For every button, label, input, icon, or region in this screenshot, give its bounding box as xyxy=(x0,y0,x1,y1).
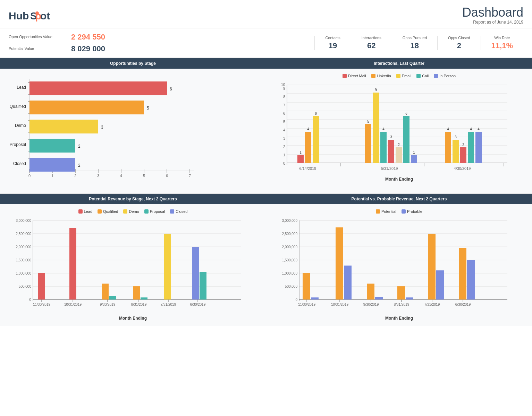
legend-label-potential: Potential xyxy=(381,209,396,214)
svg-rect-83 xyxy=(411,155,417,163)
svg-text:3: 3 xyxy=(390,135,392,139)
svg-text:7: 7 xyxy=(189,174,191,178)
potential-rev-content: Lead Qualified Demo Proposal Closed xyxy=(0,204,266,326)
svg-rect-85 xyxy=(445,132,451,163)
legend-label-demo: Demo xyxy=(129,209,139,214)
svg-text:0: 0 xyxy=(29,298,31,302)
svg-text:6/14/2019: 6/14/2019 xyxy=(299,166,316,171)
opps-closed-value: 2 xyxy=(448,41,470,50)
qualified-bar xyxy=(29,101,144,114)
svg-text:5: 5 xyxy=(283,120,285,124)
svg-text:6: 6 xyxy=(166,174,168,178)
svg-text:Qualified: Qualified xyxy=(10,104,26,109)
svg-text:3,000,000: 3,000,000 xyxy=(16,219,32,223)
svg-rect-81 xyxy=(403,116,409,163)
bottom-chart-row: Potential Revenue by Stage, Next 2 Quart… xyxy=(0,194,532,326)
legend-probable: Probable xyxy=(402,209,422,214)
svg-text:11/30/2019: 11/30/2019 xyxy=(298,303,315,306)
svg-rect-120 xyxy=(109,296,116,300)
svg-text:3: 3 xyxy=(455,135,457,139)
win-rate-value: 11,1% xyxy=(491,41,513,50)
svg-text:6/30/2019: 6/30/2019 xyxy=(455,303,471,306)
legend-dot-demo xyxy=(123,209,127,214)
potential-vs-probable-content: Potential Probable 3,000,000 xyxy=(266,204,532,326)
contacts-label: Contacts xyxy=(325,36,340,40)
svg-text:ot: ot xyxy=(40,10,50,21)
svg-text:3,000,000: 3,000,000 xyxy=(282,219,298,223)
svg-rect-154 xyxy=(303,273,310,300)
legend-closed-rev: Closed xyxy=(170,209,187,214)
svg-text:9: 9 xyxy=(283,86,285,90)
interactions-x-label: Month Ending xyxy=(271,177,527,182)
legend-dot-lead xyxy=(78,209,83,214)
contacts-value: 19 xyxy=(325,41,340,50)
legend-label-direct-mail: Direct Mail xyxy=(348,74,366,78)
svg-text:10/31/2019: 10/31/2019 xyxy=(64,303,82,306)
legend-potential: Potential xyxy=(376,209,396,214)
svg-text:4: 4 xyxy=(307,127,309,131)
potential-value: 8 029 000 xyxy=(71,44,105,53)
svg-rect-159 xyxy=(375,297,383,300)
svg-rect-155 xyxy=(311,297,319,300)
legend-dot-direct-mail xyxy=(343,74,347,78)
legend-label-linkedin: Linkedin xyxy=(377,74,391,78)
potential-rev-panel: Potential Revenue by Stage, Next 2 Quart… xyxy=(0,194,266,326)
svg-text:2,500,000: 2,500,000 xyxy=(16,232,32,236)
win-rate-label: Win Rate xyxy=(491,36,513,40)
svg-text:7/31/2019: 7/31/2019 xyxy=(424,303,440,306)
lead-bar xyxy=(29,81,167,95)
svg-rect-73 xyxy=(373,93,379,163)
svg-text:Demo: Demo xyxy=(15,123,26,128)
svg-rect-124 xyxy=(192,247,199,300)
interactions-legend: Direct Mail Linkedin Email Call In Perso… xyxy=(271,74,527,78)
svg-rect-69 xyxy=(313,116,319,163)
interactions-chart-header: Interactions, Last Quarter xyxy=(266,58,532,69)
opps-bar-chart: Lead Qualified Demo Proposal Closed xyxy=(7,76,201,180)
svg-text:1,500,000: 1,500,000 xyxy=(282,258,298,262)
svg-rect-161 xyxy=(406,297,413,300)
svg-text:1: 1 xyxy=(413,150,415,154)
legend-label-email: Email xyxy=(402,74,412,78)
legend-label-lead: Lead xyxy=(84,209,92,214)
svg-rect-122 xyxy=(141,297,147,300)
legend-dot-linkedin xyxy=(371,74,375,78)
metrics-right: Contacts 19 Interactions 62 Opps Pursued… xyxy=(314,36,523,50)
opps-chart-content: Lead Qualified Demo Proposal Closed xyxy=(0,69,266,193)
svg-rect-91 xyxy=(468,132,474,163)
interactions-label: Interactions xyxy=(362,36,381,40)
svg-text:1: 1 xyxy=(299,150,302,154)
svg-rect-164 xyxy=(459,248,466,300)
svg-text:10/31/2019: 10/31/2019 xyxy=(331,303,348,306)
svg-rect-123 xyxy=(164,234,171,300)
svg-text:6/30/2019: 6/30/2019 xyxy=(190,303,206,306)
svg-text:1,000,000: 1,000,000 xyxy=(16,271,32,275)
header: Hub S p ot Dashboard Report as of June 1… xyxy=(0,0,532,28)
svg-text:2: 2 xyxy=(398,143,400,147)
opps-pursued-value: 18 xyxy=(403,41,427,50)
svg-text:10: 10 xyxy=(281,83,285,87)
svg-text:Closed: Closed xyxy=(13,161,26,166)
svg-text:4: 4 xyxy=(470,127,472,131)
svg-text:0: 0 xyxy=(295,298,297,302)
svg-text:2: 2 xyxy=(283,145,285,149)
svg-rect-162 xyxy=(428,234,436,300)
proposal-bar xyxy=(29,139,75,153)
svg-text:500,000: 500,000 xyxy=(19,285,32,288)
svg-rect-89 xyxy=(460,147,466,163)
legend-label-in-person: In Person xyxy=(439,74,456,78)
legend-lead-rev: Lead xyxy=(78,209,92,214)
svg-rect-165 xyxy=(467,260,475,300)
legend-label-probable: Probable xyxy=(407,209,422,214)
potential-rev-chart: 3,000,000 2,500,000 2,000,000 1,500,000 … xyxy=(5,217,248,314)
svg-text:8/31/2019: 8/31/2019 xyxy=(131,303,147,306)
potential-rev-header: Potential Revenue by Stage, Next 2 Quart… xyxy=(0,194,266,204)
legend-label-qualified: Qualified xyxy=(103,209,118,214)
svg-text:2: 2 xyxy=(462,143,464,147)
svg-text:2,000,000: 2,000,000 xyxy=(282,245,298,249)
legend-label-call: Call xyxy=(422,74,429,78)
page-title: Dashboard xyxy=(462,5,523,20)
svg-text:6: 6 xyxy=(170,87,172,92)
closed-bar xyxy=(29,158,75,172)
opps-closed-metric: Opps Closed 2 xyxy=(437,36,481,50)
svg-rect-121 xyxy=(133,286,140,300)
